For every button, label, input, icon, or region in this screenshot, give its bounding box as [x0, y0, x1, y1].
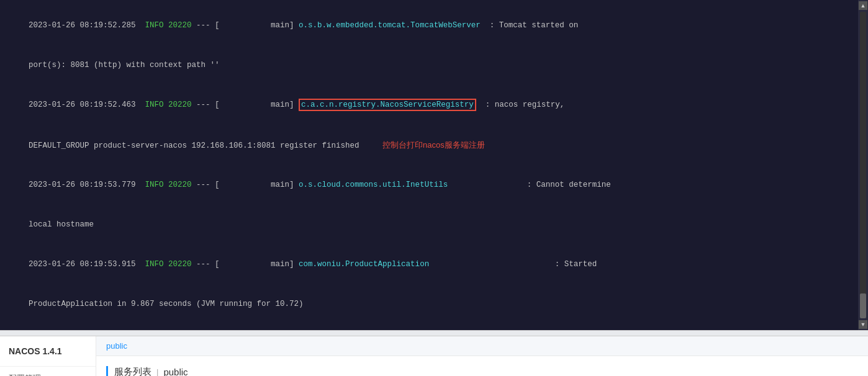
log-msg-5: : Cannot determine: [448, 181, 611, 189]
scrollbar-thumb: [860, 293, 866, 318]
log-thread-5: --- [ main]: [192, 181, 299, 189]
title-separator: |: [156, 367, 158, 376]
scrollbar-track: [860, 12, 866, 318]
log-line-2: port(s): 8081 (http) with context path '…: [10, 46, 858, 86]
log-level-1: INFO 20220: [145, 21, 192, 30]
log-line-7: 2023-01-26 08:19:53.915 INFO 20220 --- […: [10, 245, 858, 285]
log-line-1: 2023-01-26 08:19:52.285 INFO 20220 --- […: [10, 6, 858, 46]
log-line-5: 2023-01-26 08:19:53.779 INFO 20220 --- […: [10, 166, 858, 205]
log-timestamp-5: 2023-01-26 08:19:53.779: [29, 181, 145, 189]
log-level-5: INFO 20220: [145, 181, 192, 189]
nacos-panel: NACOS 1.4.1 配置管理 ∨ 服务管理 ∧ 服务列表 订阅者列表 权限控…: [0, 336, 868, 376]
page-title: 服务列表: [114, 366, 151, 376]
log-line-8: ProductApplication in 9.867 seconds (JVM…: [10, 284, 858, 324]
log-msg-8: ProductApplication in 9.867 seconds (JVM…: [29, 300, 304, 308]
sidebar-logo: NACOS 1.4.1: [0, 336, 96, 367]
log-msg-7: : Started: [429, 260, 597, 269]
page-namespace: public: [163, 367, 188, 376]
terminal-scrollbar[interactable]: ▲ ▼: [858, 0, 868, 330]
main-content: public 服务列表 | public 服务名称 分组名称 隐藏空服务: 查询: [96, 336, 868, 376]
scroll-up-btn[interactable]: ▲: [859, 1, 867, 10]
content-area: 服务列表 | public 服务名称 分组名称 隐藏空服务: 查询 创建服务: [96, 356, 868, 376]
log-msg-6: local hostname: [29, 220, 94, 229]
sidebar-item-label-config: 配置管理: [9, 373, 41, 376]
log-class-7: com.woniu.ProductApplication: [299, 260, 429, 269]
log-timestamp-7: 2023-01-26 08:19:53.915: [29, 260, 145, 269]
log-msg-3: : nacos registry,: [476, 101, 565, 109]
log-class-5: o.s.cloud.commons.util.InetUtils: [299, 181, 448, 189]
log-timestamp-3: 2023-01-26 08:19:52.463: [29, 101, 145, 109]
page-title-row: 服务列表 | public: [106, 366, 858, 376]
log-msg-2: port(s): 8081 (http) with context path '…: [29, 61, 220, 69]
log-level-3: INFO 20220: [145, 101, 192, 109]
section-divider: [0, 330, 868, 336]
log-timestamp-1: 2023-01-26 08:19:52.285: [29, 21, 145, 30]
sidebar-item-config-mgmt[interactable]: 配置管理 ∨: [0, 367, 96, 376]
log-thread-1: --- [ main]: [192, 21, 299, 30]
breadcrumb-label: public: [106, 341, 127, 351]
log-line-4: DEFAULT_GROUP product-server-nacos 192.1…: [10, 125, 858, 166]
annotation-nacos-register: 控制台打印nacos服务端注册: [382, 140, 485, 150]
annotation-box-nacos-registry: c.a.c.n.registry.NacosServiceRegistry: [299, 99, 476, 111]
log-class-3: c.a.c.n.registry.NacosServiceRegistry: [301, 101, 474, 109]
sidebar: NACOS 1.4.1 配置管理 ∨ 服务管理 ∧ 服务列表 订阅者列表 权限控…: [0, 336, 96, 376]
log-msg-1: : Tomcat started on: [481, 21, 579, 30]
log-thread-7: --- [ main]: [192, 260, 299, 269]
log-level-7: INFO 20220: [145, 260, 192, 269]
log-msg-4: DEFAULT_GROUP product-server-nacos 192.1…: [29, 141, 382, 150]
log-thread-3: --- [ main]: [192, 101, 299, 109]
scroll-down-btn[interactable]: ▼: [859, 320, 867, 329]
log-line-6: local hostname: [10, 205, 858, 245]
log-class-1: o.s.b.w.embedded.tomcat.TomcatWebServer: [299, 21, 481, 30]
log-line-3: 2023-01-26 08:19:52.463 INFO 20220 --- […: [10, 86, 858, 125]
terminal-section: 2023-01-26 08:19:52.285 INFO 20220 --- […: [0, 0, 868, 330]
breadcrumb: public: [96, 336, 868, 356]
